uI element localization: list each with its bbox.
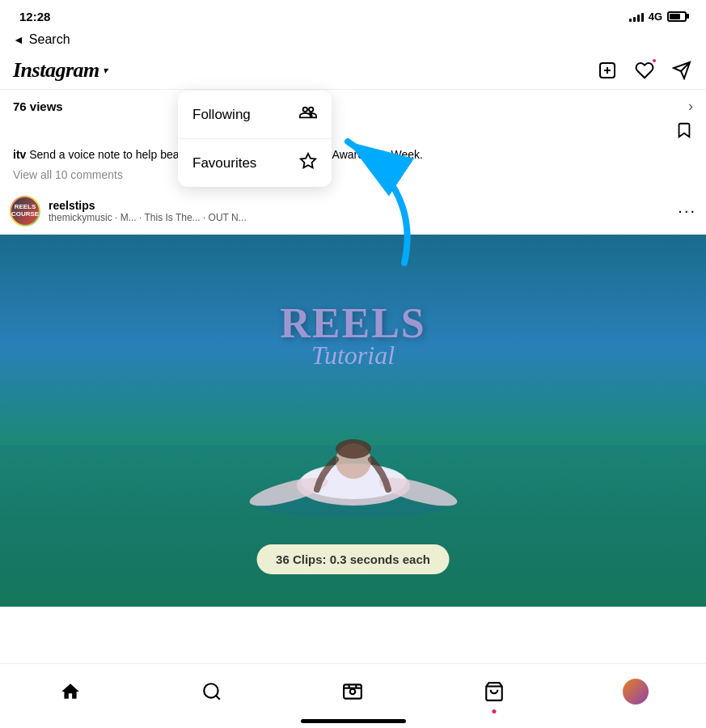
status-time: 12:28 <box>19 10 50 23</box>
reels-avatar: REELSCOURSE <box>10 196 40 226</box>
post-views: 76 views <box>13 99 63 113</box>
bookmark-button[interactable] <box>675 121 693 142</box>
battery-icon <box>667 11 687 22</box>
logo-text: Instagram <box>13 58 99 83</box>
search-label[interactable]: Search <box>29 32 70 47</box>
reels-more-button[interactable]: ··· <box>678 201 696 220</box>
app-header: Instagram ▾ <box>0 53 706 90</box>
svg-line-15 <box>216 696 220 700</box>
post-author: itv <box>13 148 29 161</box>
signal-bars-icon <box>629 11 644 22</box>
header-icons <box>596 59 693 82</box>
profile-avatar <box>623 679 649 705</box>
shop-notification-dot <box>493 709 497 713</box>
video-thumbnail[interactable]: REELS Tutorial 36 Clips: 0.3 seconds eac… <box>0 235 706 607</box>
notification-badge <box>651 57 657 64</box>
following-label: Following <box>192 107 251 123</box>
arrow-annotation <box>243 125 429 279</box>
clips-badge: 36 Clips: 0.3 seconds each <box>256 544 450 574</box>
person-follow-icon <box>299 104 317 125</box>
phone-container: 12:28 4G ◄ Search Instagram ▾ <box>0 0 706 728</box>
network-indicator: 4G <box>649 11 662 23</box>
status-icons: 4G <box>629 11 687 23</box>
status-bar: 12:28 4G <box>0 0 706 29</box>
home-indicator <box>301 719 406 723</box>
person-figure <box>240 372 467 534</box>
nav-profile[interactable] <box>615 671 656 712</box>
nav-search[interactable] <box>192 671 232 712</box>
reels-overlay: REELS Tutorial <box>280 299 426 370</box>
post-meta: 76 views › <box>0 90 706 120</box>
notifications-button[interactable] <box>633 59 656 82</box>
svg-point-14 <box>204 684 218 697</box>
svg-point-17 <box>350 688 356 694</box>
bottom-nav <box>0 663 706 728</box>
back-arrow-icon[interactable]: ◄ <box>13 33 24 46</box>
search-bar[interactable]: ◄ Search <box>0 29 706 53</box>
svg-point-12 <box>336 439 371 459</box>
nav-shop[interactable] <box>474 671 514 712</box>
nav-home[interactable] <box>50 671 91 712</box>
avatar-initials: REELSCOURSE <box>11 204 39 218</box>
messages-button[interactable] <box>670 59 693 82</box>
nav-reels[interactable] <box>332 671 373 712</box>
logo-dropdown-arrow[interactable]: ▾ <box>103 65 108 77</box>
svg-rect-16 <box>345 684 362 698</box>
post-chevron-icon[interactable]: › <box>688 98 693 115</box>
add-post-button[interactable] <box>596 59 619 82</box>
instagram-logo[interactable]: Instagram ▾ <box>13 58 107 83</box>
